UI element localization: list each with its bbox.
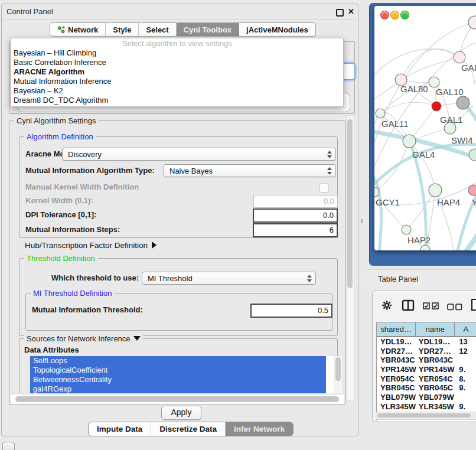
tab-cyni-toolbox[interactable]: Cyni Toolbox — [177, 23, 239, 36]
new-table-icon[interactable] — [471, 298, 476, 314]
node-label: HAP2 — [407, 235, 431, 245]
mi-threshold-label: Mutual Information Threshold: — [32, 304, 143, 317]
float-window-icon[interactable] — [336, 9, 344, 17]
table-row[interactable]: YDL19…YDL19…13 — [377, 337, 476, 347]
attribute-list-item[interactable]: gal4RGexp — [30, 384, 326, 393]
network-node[interactable] — [402, 225, 411, 234]
data-attributes-list[interactable]: SelfLoopsTopologicalCoefficientBetweenne… — [30, 356, 334, 393]
network-edge[interactable] — [401, 57, 459, 80]
network-edge[interactable] — [464, 227, 476, 250]
collapse-panel-button[interactable] — [2, 442, 15, 450]
apply-button[interactable]: Apply — [161, 406, 201, 420]
aracne-mode-combo[interactable]: Discovery — [62, 148, 336, 161]
network-edge[interactable] — [406, 190, 435, 230]
table-row[interactable]: YBR045CYBR045C9. — [377, 383, 476, 393]
table-cell: YLR345W — [377, 402, 416, 412]
tab-impute-data[interactable]: Impute Data — [89, 422, 151, 436]
node-label: GAL1 — [440, 115, 462, 125]
settings-vscrollbar[interactable] — [346, 115, 355, 401]
algorithm-popup-item[interactable]: ARACNE Algorithm — [11, 67, 343, 77]
close-icon[interactable]: ✕ — [348, 7, 354, 16]
column-header-name[interactable]: name — [416, 322, 455, 336]
network-graph[interactable]: GALGAL80GAL10GAL11GAL1SWI4GAL4GCY1HAP4YH… — [374, 6, 476, 250]
group-title: Cyni Algorithm Settings — [14, 116, 98, 125]
network-edge[interactable] — [374, 141, 409, 192]
network-node[interactable] — [469, 149, 476, 161]
network-icon — [57, 26, 65, 34]
network-node[interactable] — [403, 135, 416, 148]
algorithm-popup-item[interactable]: Mutual Information Inference — [11, 77, 343, 86]
split-columns-icon[interactable] — [402, 299, 415, 314]
manual-kernel-label: Manual Kernel Width Definition — [25, 181, 139, 194]
table-row[interactable]: YPR145WYPR145W9. — [377, 365, 476, 374]
table-cell: YER054C — [377, 374, 416, 384]
node-label: GAL — [461, 63, 476, 73]
mi-threshold-input[interactable]: 0.5 — [250, 304, 332, 318]
table-cell: YLR345W — [416, 402, 456, 412]
network-node[interactable] — [429, 77, 439, 87]
tab-style[interactable]: Style — [106, 23, 139, 36]
network-node[interactable] — [376, 109, 385, 118]
combo-stepper-icon — [327, 167, 332, 175]
minimize-traffic-light[interactable] — [390, 11, 399, 19]
which-threshold-combo[interactable]: MI Threshold — [142, 272, 316, 285]
manual-kernel-checkbox[interactable] — [319, 183, 329, 193]
column-header-clipped[interactable]: A — [455, 322, 476, 336]
sources-title-disclosure[interactable]: Sources for Network Inference — [24, 334, 143, 343]
table-row[interactable]: YLR345WYLR345W9. — [377, 402, 476, 412]
network-node[interactable] — [468, 185, 476, 195]
hub-definition-disclosure[interactable]: Hub/Transcription Factor Definition — [25, 241, 157, 250]
attribute-list-scrollbar[interactable] — [334, 356, 342, 393]
settings-gear-icon[interactable] — [382, 300, 392, 313]
disclosure-right-icon — [152, 242, 157, 249]
column-header-shared-name[interactable]: shared… — [377, 322, 416, 336]
panel-title: Control Panel — [6, 7, 53, 16]
tab-infer-network[interactable]: Infer Network — [226, 422, 293, 436]
table-row[interactable]: YDR27…YDR27…12 — [377, 347, 476, 356]
deselect-all-checkboxes-icon[interactable] — [447, 302, 462, 313]
table-row[interactable]: YBL079WYBL079W — [377, 393, 476, 402]
network-window-frame: GALGAL80GAL10GAL11GAL1SWI4GAL4GCY1HAP4YH… — [369, 3, 476, 266]
algorithm-popup-item[interactable]: Bayesian – Hill Climbing — [11, 48, 343, 58]
node-label: GAL11 — [382, 119, 409, 129]
table-cell: YBL079W — [416, 393, 456, 402]
mi-steps-input[interactable]: 6 — [253, 223, 338, 237]
tab-network[interactable]: Network — [50, 23, 106, 36]
attribute-list-item[interactable]: BetweennessCentrality — [30, 375, 326, 384]
network-node[interactable] — [457, 96, 470, 109]
network-node[interactable] — [468, 16, 476, 29]
node-label: HAP4 — [437, 197, 460, 207]
node-label: GAL80 — [400, 84, 428, 94]
dpi-tolerance-input[interactable]: 0.0 — [253, 208, 338, 223]
network-node[interactable] — [454, 51, 465, 63]
attribute-list-item[interactable]: TopologicalCoefficient — [30, 366, 326, 375]
network-node[interactable] — [420, 245, 430, 250]
tab-select[interactable]: Select — [139, 23, 176, 36]
network-node[interactable] — [429, 184, 442, 197]
close-traffic-light[interactable] — [380, 11, 389, 19]
network-node[interactable] — [432, 102, 441, 111]
table-hscrollbar[interactable] — [376, 412, 476, 420]
combo-stepper-icon — [327, 151, 332, 158]
algorithm-popup-item[interactable]: Basic Correlation Inference — [11, 58, 343, 67]
kernel-width-input[interactable]: 0.0 — [253, 195, 338, 208]
algorithm-popup-item[interactable]: Bayesian – K2 — [11, 86, 343, 96]
table-row[interactable]: YBR043CYBR043C — [377, 356, 476, 365]
select-all-checkboxes-icon[interactable] — [423, 302, 439, 312]
attribute-list-item[interactable]: SelfLoops — [30, 356, 326, 366]
table-header-row: shared… name A — [377, 322, 476, 337]
mi-algorithm-type-combo[interactable]: Naive Bayes — [164, 164, 336, 177]
table-cell — [455, 356, 476, 365]
tab-discretize-data[interactable]: Discretize Data — [151, 422, 226, 436]
table-cell: YBL079W — [377, 393, 416, 402]
sources-group: Sources for Network Inference Data Attri… — [19, 338, 338, 393]
panel-splitter[interactable] — [361, 219, 363, 223]
table-row[interactable]: YER054CYER054C8. — [377, 374, 476, 384]
network-edge[interactable] — [380, 102, 436, 113]
algorithm-popup-item[interactable]: Dream8 DC_TDC Algorithm — [11, 96, 343, 105]
settings-hscrollbar[interactable] — [11, 394, 344, 404]
tab-jactivemnodules[interactable]: jActiveMNodules — [239, 23, 315, 36]
zoom-traffic-light[interactable] — [400, 11, 409, 19]
network-edge[interactable] — [374, 49, 459, 78]
network-view[interactable]: GALGAL80GAL10GAL11GAL1SWI4GAL4GCY1HAP4YH… — [374, 6, 476, 250]
